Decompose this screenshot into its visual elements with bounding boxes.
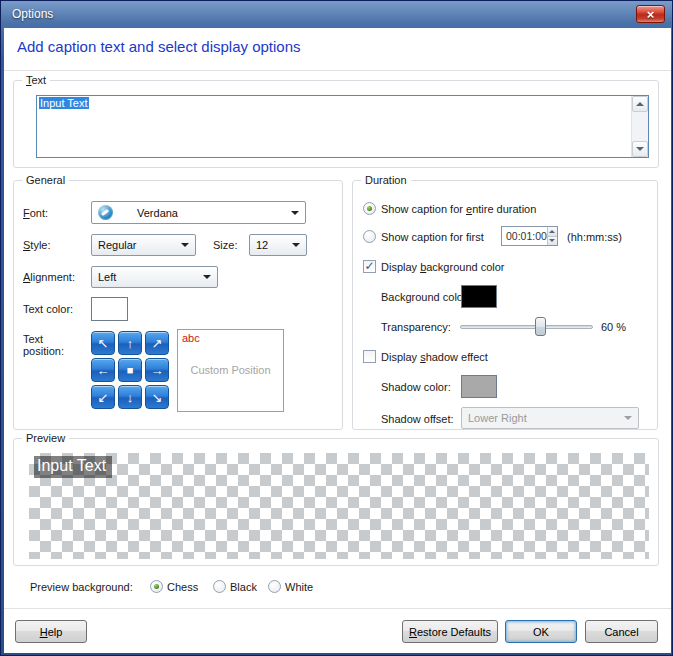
position-bottom-left-button[interactable]: ↙	[91, 385, 115, 409]
font-label: Font:	[23, 207, 48, 219]
text-position-grid: ↖ ↑ ↗ ← ■ → ↙ ↓ ↘	[91, 331, 169, 409]
header-divider	[4, 70, 671, 71]
text-group: Text Input Text	[13, 80, 659, 168]
background-color-swatch[interactable]	[461, 285, 497, 308]
slider-track[interactable]	[460, 325, 593, 329]
preview-bg-white-label[interactable]: White	[285, 581, 313, 593]
spin-down-button[interactable]	[548, 236, 557, 246]
ok-button-label: OK	[533, 626, 549, 638]
background-color-checkbox-label[interactable]: Display background color	[381, 261, 505, 273]
duration-group: Duration Show caption for entire duratio…	[352, 180, 658, 430]
text-color-swatch[interactable]	[91, 297, 128, 321]
arrow-right-icon: →	[151, 363, 164, 378]
arrow-up-icon	[549, 230, 555, 233]
position-bottom-right-button[interactable]: ↘	[145, 385, 169, 409]
spin-up-button[interactable]	[548, 227, 557, 236]
arrow-up-icon: ↑	[127, 336, 134, 351]
duration-time-value[interactable]: 00:01:00	[502, 227, 547, 245]
arrow-down-right-icon: ↘	[152, 390, 163, 405]
position-left-button[interactable]: ←	[91, 358, 115, 382]
scroll-down-button[interactable]	[632, 141, 648, 157]
text-group-label: Text	[22, 74, 50, 86]
preview-caption-text: Input Text	[34, 456, 112, 478]
arrow-down-icon: ↓	[127, 390, 134, 405]
preview-bg-chess-radio[interactable]	[150, 580, 163, 593]
cancel-button[interactable]: Cancel	[585, 620, 658, 643]
close-button[interactable]: ×	[636, 5, 665, 23]
shadow-color-swatch[interactable]	[461, 375, 497, 398]
entire-duration-label[interactable]: Show caption for entire duration	[381, 203, 536, 215]
style-select[interactable]: Regular	[91, 234, 196, 256]
help-button-label: Help	[40, 626, 63, 638]
restore-defaults-button[interactable]: Restore Defaults	[402, 620, 498, 643]
caption-text-value: Input Text	[39, 97, 89, 109]
position-right-button[interactable]: →	[145, 358, 169, 382]
preview-group-label: Preview	[22, 432, 69, 444]
shadow-offset-label: Shadow offset:	[381, 413, 454, 425]
chevron-down-icon	[203, 275, 211, 279]
preview-canvas: Input Text	[29, 453, 649, 559]
transparency-slider[interactable]	[460, 317, 593, 337]
duration-time-spinner[interactable]: 00:01:00	[501, 226, 558, 246]
textarea-scrollbar[interactable]	[631, 96, 648, 157]
shadow-color-label: Shadow color:	[381, 381, 451, 393]
slider-thumb[interactable]	[535, 317, 546, 336]
size-label: Size:	[213, 239, 237, 251]
position-sample-text: abc	[182, 332, 200, 344]
position-top-button[interactable]: ↑	[118, 331, 142, 355]
options-dialog: Options × Add caption text and select di…	[0, 0, 673, 656]
text-position-label: Text position:	[23, 333, 81, 357]
position-bottom-button[interactable]: ↓	[118, 385, 142, 409]
first-duration-radio[interactable]	[363, 230, 376, 243]
entire-duration-radio[interactable]	[363, 202, 376, 215]
restore-defaults-label: Restore Defaults	[409, 626, 491, 638]
style-value: Regular	[98, 239, 137, 251]
size-select[interactable]: 12	[249, 234, 307, 256]
style-label: Style:	[23, 239, 51, 251]
chevron-down-icon	[624, 416, 632, 420]
font-value: Verdana	[137, 207, 178, 219]
general-group: General Font: Verdana Style: Regular Siz…	[13, 180, 343, 430]
arrow-up-icon	[636, 102, 644, 106]
position-top-left-button[interactable]: ↖	[91, 331, 115, 355]
alignment-value: Left	[98, 271, 116, 283]
chevron-down-icon	[181, 243, 189, 247]
ok-button[interactable]: OK	[505, 620, 577, 643]
arrow-down-left-icon: ↙	[98, 390, 109, 405]
position-caption: Custom Position	[178, 364, 283, 376]
alignment-select[interactable]: Left	[91, 266, 218, 288]
arrow-down-icon	[549, 239, 555, 242]
chevron-down-icon	[291, 211, 299, 215]
first-duration-label[interactable]: Show caption for first	[381, 231, 484, 243]
preview-bg-black-label[interactable]: Black	[230, 581, 257, 593]
duration-group-label: Duration	[361, 174, 411, 186]
preview-bg-black-radio[interactable]	[213, 580, 226, 593]
preview-bg-white-radio[interactable]	[268, 580, 281, 593]
preview-bg-chess-label[interactable]: Chess	[167, 581, 198, 593]
window-title: Options	[12, 7, 53, 21]
cancel-button-label: Cancel	[604, 626, 638, 638]
general-group-label: General	[22, 174, 69, 186]
caption-text-input[interactable]: Input Text	[36, 95, 649, 158]
shadow-offset-value: Lower Right	[468, 412, 527, 424]
dialog-body: Add caption text and select display opti…	[4, 28, 671, 653]
font-select[interactable]: Verdana	[91, 201, 306, 224]
help-button[interactable]: Help	[15, 620, 87, 643]
background-color-checkbox[interactable]	[363, 260, 376, 273]
position-top-right-button[interactable]: ↗	[145, 331, 169, 355]
time-format-label: (hh:mm:ss)	[567, 231, 622, 243]
position-center-button[interactable]: ■	[118, 358, 142, 382]
scroll-up-button[interactable]	[632, 96, 648, 112]
background-color-label: Background color:	[381, 291, 470, 303]
shadow-effect-checkbox[interactable]	[363, 350, 376, 363]
titlebar[interactable]: Options ×	[1, 1, 672, 28]
arrow-up-left-icon: ↖	[98, 336, 109, 351]
chevron-down-icon	[292, 243, 300, 247]
shadow-offset-select: Lower Right	[461, 407, 639, 429]
center-square-icon: ■	[127, 364, 134, 376]
preview-group: Preview Input Text	[13, 438, 659, 566]
shadow-effect-checkbox-label[interactable]: Display shadow effect	[381, 351, 488, 363]
preview-background-label: Preview background:	[30, 581, 133, 593]
size-value: 12	[256, 239, 268, 251]
transparency-label: Transparency:	[381, 321, 451, 333]
